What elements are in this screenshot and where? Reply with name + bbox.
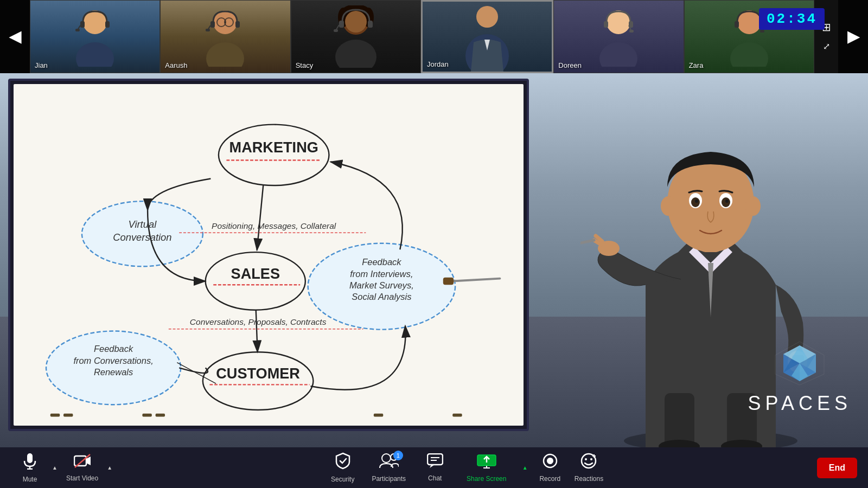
participant-name-jordan: Jordan — [427, 60, 449, 68]
participant-tile-jian[interactable]: Jian — [30, 0, 160, 73]
avatar-stacy — [331, 5, 380, 68]
security-label: Security — [331, 476, 354, 483]
svg-point-112 — [382, 454, 391, 463]
mute-caret-button[interactable]: ▲ — [49, 447, 61, 488]
participant-tile-jordan[interactable]: Jordan — [421, 0, 553, 73]
share-screen-label: Share Screen — [467, 475, 506, 483]
svg-text:Social Analysis: Social Analysis — [352, 292, 411, 301]
svg-point-125 — [590, 458, 592, 460]
prev-arrow-icon: ◀ — [9, 28, 21, 46]
participants-count-badge: 1 — [393, 451, 403, 460]
svg-text:Conversations, Proposals, Cont: Conversations, Proposals, Contracts — [190, 317, 327, 326]
svg-rect-70 — [50, 414, 60, 417]
next-arrow-icon: ▶ — [847, 28, 859, 46]
whiteboard-container: MARKETING SALES CUSTOMER Virtual Convers… — [8, 79, 529, 431]
participant-tile-aarush[interactable]: Aarush — [160, 0, 290, 73]
avatar-aarush — [203, 7, 247, 67]
svg-rect-22 — [368, 21, 373, 28]
participants-bar: ◀ Jian — [0, 0, 868, 73]
record-icon — [542, 453, 558, 473]
svg-text:Feedback: Feedback — [362, 257, 401, 267]
share-screen-caret-button[interactable]: ▲ — [519, 447, 531, 488]
svg-rect-68 — [443, 278, 454, 285]
end-button[interactable]: End — [817, 458, 857, 478]
svg-text:Positioning, Messages, Collate: Positioning, Messages, Collateral — [212, 221, 336, 230]
svg-point-1 — [76, 42, 114, 67]
participants-label: Participants — [372, 475, 406, 483]
participants-list: Jian Aarush — [30, 0, 814, 73]
svg-rect-24 — [334, 29, 338, 32]
session-timer: 02:34 — [759, 8, 825, 30]
svg-point-83 — [695, 200, 698, 203]
chat-button[interactable]: Chat — [416, 447, 454, 488]
video-caret-button[interactable]: ▲ — [104, 447, 116, 488]
svg-text:Renewals: Renewals — [94, 367, 133, 377]
svg-text:Virtual: Virtual — [128, 219, 157, 230]
mute-button[interactable]: Mute — [11, 447, 49, 488]
participant-name-aarush: Aarush — [165, 61, 187, 69]
reactions-button[interactable]: Reactions — [569, 447, 609, 488]
toolbar: Mute ▲ Start Video ▲ — [0, 447, 868, 488]
diagram-svg: MARKETING SALES CUSTOMER Virtual Convers… — [14, 84, 524, 426]
svg-rect-32 — [629, 30, 634, 33]
participants-icon: 1 — [379, 453, 399, 473]
svg-rect-29 — [604, 21, 608, 28]
svg-text:from Conversations,: from Conversations, — [73, 356, 153, 365]
participant-name-jian: Jian — [35, 61, 48, 69]
svg-rect-14 — [206, 29, 210, 31]
chat-label: Chat — [428, 474, 442, 482]
svg-text:CUSTOMER: CUSTOMER — [216, 365, 300, 382]
whiteboard-content: MARKETING SALES CUSTOMER Virtual Convers… — [14, 84, 524, 426]
svg-rect-109 — [74, 456, 86, 466]
svg-point-28 — [599, 42, 637, 67]
participant-name-doreen: Doreen — [558, 61, 582, 69]
start-video-label: Start Video — [66, 474, 98, 482]
svg-text:MARKETING: MARKETING — [229, 139, 318, 156]
prev-nav-button[interactable]: ◀ — [0, 0, 30, 73]
fullscreen-icon[interactable]: ⤢ — [819, 39, 834, 54]
avatar-jian — [73, 7, 117, 67]
svg-text:Feedback: Feedback — [94, 344, 133, 354]
next-nav-button[interactable]: ▶ — [838, 0, 868, 73]
participant-tile-doreen[interactable]: Doreen — [553, 0, 684, 73]
spaces-cube-icon — [773, 339, 827, 388]
svg-point-34 — [730, 42, 768, 67]
svg-point-7 — [206, 42, 244, 67]
end-button-container: End — [817, 458, 857, 478]
record-label: Record — [539, 475, 560, 483]
avatar-doreen — [597, 7, 640, 67]
participant-name-zara: Zara — [689, 61, 704, 69]
main-content-area: MARKETING SALES CUSTOMER Virtual Convers… — [0, 73, 868, 447]
whiteboard-frame: MARKETING SALES CUSTOMER Virtual Convers… — [8, 79, 529, 431]
record-button[interactable]: Record — [531, 447, 569, 488]
svg-line-90 — [580, 240, 594, 252]
svg-rect-73 — [156, 414, 165, 417]
share-screen-icon — [477, 453, 496, 473]
svg-rect-106 — [27, 453, 33, 463]
reactions-icon — [580, 453, 597, 473]
svg-line-60 — [257, 185, 264, 250]
chat-icon — [427, 453, 443, 472]
share-screen-button[interactable]: Share Screen — [454, 447, 519, 488]
security-button[interactable]: Security — [324, 447, 362, 488]
svg-rect-72 — [142, 414, 151, 417]
spaces-logo: SPACES — [748, 339, 852, 415]
svg-point-84 — [725, 200, 729, 203]
svg-point-85 — [661, 196, 676, 216]
svg-line-61 — [256, 310, 258, 352]
avatar-jordan — [463, 2, 512, 72]
svg-rect-35 — [735, 21, 739, 28]
participant-name-stacy: Stacy — [296, 61, 314, 69]
svg-rect-2 — [80, 21, 85, 28]
svg-rect-12 — [235, 21, 240, 28]
svg-line-67 — [452, 279, 500, 281]
participant-tile-stacy[interactable]: Stacy — [291, 0, 421, 73]
svg-rect-5 — [75, 29, 80, 31]
svg-rect-38 — [760, 30, 764, 33]
microphone-icon — [22, 452, 37, 473]
svg-rect-114 — [427, 454, 443, 465]
svg-point-20 — [335, 40, 376, 68]
participants-button[interactable]: 1 Participants — [362, 447, 416, 488]
start-video-button[interactable]: Start Video — [61, 447, 104, 488]
mute-label: Mute — [23, 476, 37, 483]
